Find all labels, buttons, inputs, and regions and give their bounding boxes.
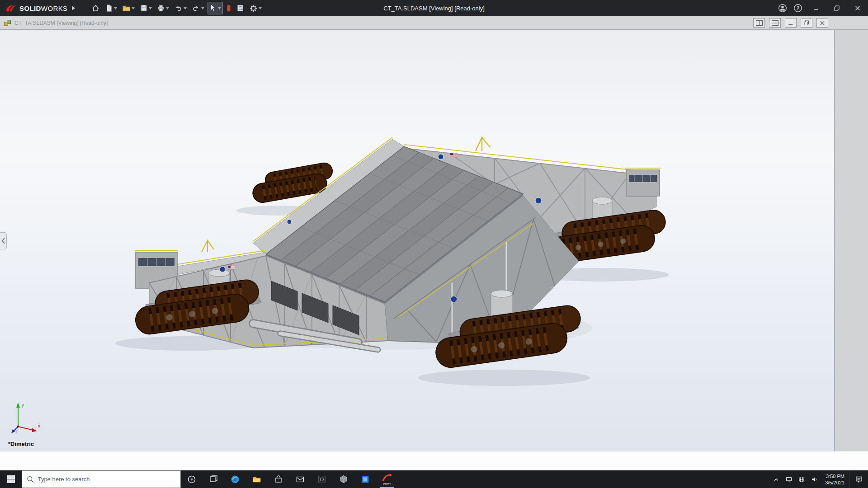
file-explorer-icon [252, 475, 261, 483]
viewport-two-view-button[interactable] [753, 18, 765, 28]
ds-logo-icon [5, 4, 17, 12]
nasa-meatball-decal [220, 267, 225, 272]
macro-record-icon [226, 4, 231, 12]
us-flag-decal [228, 266, 235, 270]
titlebar-right-controls: ? [775, 0, 868, 16]
close-icon [855, 5, 860, 11]
solidworks-app-button[interactable]: 2021 [376, 470, 398, 488]
document-minimize-button[interactable] [785, 18, 797, 28]
graphics-area[interactable]: y x z *Dimetric [0, 30, 834, 451]
action-center-icon [855, 475, 863, 483]
assembly-document-icon [4, 19, 11, 27]
dropdown-caret-icon[interactable] [149, 7, 152, 9]
help-button[interactable]: ? [790, 0, 806, 16]
file-properties-icon [236, 4, 244, 12]
account-icon [778, 4, 787, 13]
search-input[interactable] [38, 476, 176, 483]
crane-mast [476, 137, 490, 151]
microsoft-store-button[interactable] [268, 470, 289, 488]
panel-collapse-arrow[interactable] [0, 232, 7, 249]
mast-left [202, 240, 214, 252]
edge-icon [231, 475, 240, 484]
open-button[interactable] [120, 2, 137, 14]
dropdown-caret-icon[interactable] [132, 7, 135, 9]
macro-record-button[interactable] [224, 2, 233, 14]
crawler-transporter-model[interactable] [0, 30, 834, 451]
document-window-titlebar: CT_TA.SLDASM [Viewing] [Read-only] [0, 16, 868, 30]
photos-app-button[interactable] [311, 470, 333, 488]
close-icon [820, 20, 825, 26]
svg-text:2021: 2021 [383, 482, 391, 486]
app-close-button[interactable] [847, 0, 868, 16]
tray-volume-button[interactable] [808, 476, 821, 483]
restore-icon [834, 5, 840, 11]
redo-icon [192, 4, 200, 12]
video-app-icon [361, 475, 370, 484]
document-title: CT_TA.SLDASM [Viewing] [Read-only] [383, 5, 485, 12]
minimize-icon [788, 20, 793, 26]
account-button[interactable] [775, 0, 790, 16]
file-explorer-button[interactable] [246, 470, 268, 488]
status-bar [0, 451, 868, 470]
nasa-meatball-decal [535, 197, 542, 204]
tray-expand-button[interactable] [770, 476, 783, 483]
help-icon: ? [793, 4, 802, 13]
svg-text:x: x [38, 423, 40, 428]
toolbar-expand-arrow[interactable] [70, 2, 78, 14]
document-close-button[interactable] [816, 18, 828, 28]
photos-app-icon [317, 475, 326, 484]
dropdown-caret-icon[interactable] [201, 7, 204, 9]
cab-right [625, 168, 660, 196]
dropdown-caret-icon[interactable] [218, 7, 221, 9]
save-button[interactable] [138, 2, 154, 14]
app-restore-button[interactable] [826, 0, 847, 16]
new-document-button[interactable] [103, 2, 119, 14]
restore-icon [804, 20, 809, 26]
tray-display-button[interactable] [783, 476, 795, 483]
speaker-icon [811, 476, 818, 483]
action-center-button[interactable] [849, 470, 868, 488]
undo-button[interactable] [172, 2, 189, 14]
task-view-button[interactable] [203, 470, 224, 488]
file-properties-button[interactable] [235, 2, 246, 14]
minimize-icon [813, 5, 819, 11]
windows-taskbar: 2021 [0, 470, 868, 488]
cad-viewer-app-button[interactable] [333, 470, 354, 488]
select-tool-button[interactable] [208, 2, 223, 14]
redo-button[interactable] [190, 2, 206, 14]
mail-button[interactable] [289, 470, 311, 488]
taskbar-search[interactable] [22, 470, 181, 488]
system-tray: 3:50 PM 3/5/2021 [770, 470, 868, 488]
windows-logo-icon [7, 475, 15, 483]
options-button[interactable] [247, 2, 264, 14]
app-titlebar: SOLIDWORKS [0, 0, 868, 16]
task-view-icon [209, 475, 218, 483]
svg-text:y: y [22, 403, 24, 408]
view-orientation-label: *Dimetric [8, 441, 34, 447]
app-minimize-button[interactable] [806, 0, 826, 16]
undo-icon [174, 4, 183, 12]
document-window-left: CT_TA.SLDASM [Viewing] [Read-only] [0, 19, 108, 27]
cad-viewer-app-icon [339, 475, 348, 484]
clock-date: 3/5/2021 [825, 479, 844, 486]
monitor-icon [785, 476, 793, 483]
open-folder-icon [122, 4, 131, 12]
home-button[interactable] [90, 2, 102, 14]
home-icon [91, 4, 100, 13]
print-button[interactable] [155, 2, 171, 14]
tray-network-button[interactable] [795, 476, 808, 483]
video-app-button[interactable] [354, 470, 376, 488]
dropdown-caret-icon[interactable] [114, 7, 117, 9]
dropdown-caret-icon[interactable] [259, 7, 262, 9]
cortana-button[interactable] [181, 470, 203, 488]
start-button[interactable] [0, 470, 22, 488]
orientation-triad: y x z [11, 399, 43, 436]
document-restore-button[interactable] [801, 18, 812, 28]
viewport-four-view-button[interactable] [769, 18, 781, 28]
edge-button[interactable] [224, 470, 246, 488]
document-window-title: CT_TA.SLDASM [Viewing] [Read-only] [14, 20, 108, 26]
dropdown-caret-icon[interactable] [184, 7, 187, 9]
dropdown-caret-icon[interactable] [166, 7, 169, 9]
brand-text: SOLIDWORKS [19, 5, 68, 12]
taskbar-clock[interactable]: 3:50 PM 3/5/2021 [821, 473, 849, 486]
